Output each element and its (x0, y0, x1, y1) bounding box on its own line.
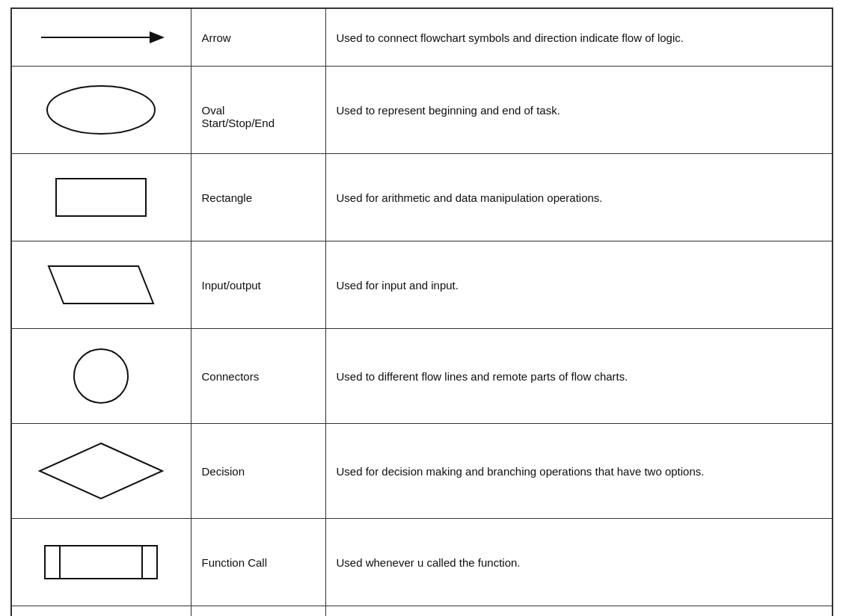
row-loops: Loops Used to indicate for loops (11, 606, 832, 617)
name-decision: Decision (191, 424, 325, 519)
svg-marker-4 (49, 266, 153, 304)
desc-functioncall: Used whenever u called the function. (325, 519, 832, 606)
svg-rect-3 (56, 179, 146, 216)
name-inputoutput: Input/output (191, 241, 325, 329)
svg-marker-6 (40, 443, 162, 499)
name-functioncall: Function Call (191, 519, 325, 606)
row-oval: Oval Start/Stop/End Used to represent be… (11, 67, 832, 154)
name-oval: Oval Start/Stop/End (191, 67, 325, 154)
symbol-circle (11, 329, 191, 424)
name-loops: Loops (191, 606, 325, 617)
name-arrow: Arrow (191, 9, 325, 67)
svg-point-2 (47, 86, 155, 134)
svg-rect-7 (45, 546, 157, 579)
name-rectangle: Rectangle (191, 154, 325, 241)
symbol-hexagon (11, 606, 191, 617)
desc-arrow: Used to connect flowchart symbols and di… (325, 9, 832, 67)
svg-point-5 (74, 349, 128, 403)
desc-rectangle: Used for arithmetic and data manipulatio… (325, 154, 832, 241)
row-decision: Decision Used for decision making and br… (11, 424, 832, 519)
svg-marker-1 (150, 31, 165, 43)
desc-inputoutput: Used for input and input. (325, 241, 832, 329)
row-rectangle: Rectangle Used for arithmetic and data m… (11, 154, 832, 241)
symbol-functioncall (11, 519, 191, 606)
symbol-oval (11, 67, 191, 154)
desc-connectors: Used to different flow lines and remote … (325, 329, 832, 424)
symbol-arrow (11, 9, 191, 67)
symbol-rectangle (11, 154, 191, 241)
row-functioncall: Function Call Used whenever u called the… (11, 519, 832, 606)
name-connectors: Connectors (191, 329, 325, 424)
row-connectors: Connectors Used to different flow lines … (11, 329, 832, 424)
symbol-diamond (11, 424, 191, 519)
desc-decision: Used for decision making and branching o… (325, 424, 832, 519)
symbol-parallelogram (11, 241, 191, 329)
row-inputoutput: Input/output Used for input and input. (11, 241, 832, 329)
desc-oval: Used to represent beginning and end of t… (325, 67, 832, 154)
desc-loops: Used to indicate for loops (325, 606, 832, 617)
row-arrow: Arrow Used to connect flowchart symbols … (11, 9, 832, 67)
